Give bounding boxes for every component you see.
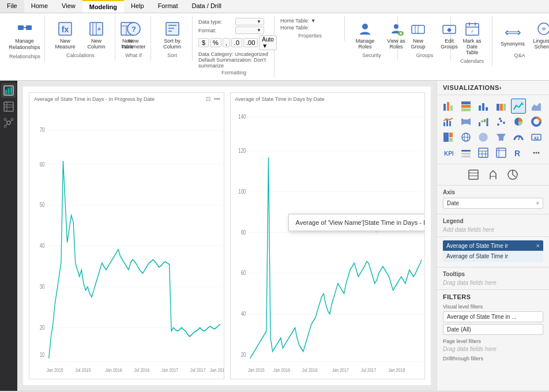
model-view-nav[interactable]	[1, 115, 16, 130]
synonyms-button[interactable]: ⟺ Synonyms	[498, 21, 527, 48]
svg-text:Jan 2016: Jan 2016	[273, 367, 290, 373]
data-category-label: Data Category: Uncategorized	[198, 51, 269, 57]
viz-treemap[interactable]	[441, 130, 456, 145]
relationships-group-label: Relationships	[9, 52, 40, 59]
manage-relationships-button[interactable]: ManageRelationships	[9, 18, 40, 52]
right-chart: Average of State Time in Days by Date Av…	[230, 92, 426, 379]
new-group-button[interactable]: NewGroup	[404, 18, 433, 51]
svg-rect-90	[443, 104, 446, 111]
viz-filled-map[interactable]	[476, 130, 491, 145]
tab-view[interactable]: View	[55, 0, 82, 13]
viz-stacked-bar-2[interactable]	[458, 99, 473, 114]
new-column-button[interactable]: + NewColumn	[82, 18, 111, 51]
filter-item-1[interactable]: Average of State Time in ...	[443, 311, 543, 322]
values-close-btn[interactable]: ×	[536, 242, 540, 249]
what-if-group-label: What If	[121, 51, 146, 58]
tab-home[interactable]: Home	[24, 0, 55, 13]
comma-button[interactable]: ,	[223, 38, 230, 47]
svg-marker-123	[497, 134, 506, 141]
svg-text:Jan 2015: Jan 2015	[247, 367, 264, 373]
sort-by-column-button[interactable]: Sort byColumn	[158, 18, 187, 51]
viz-format-icon[interactable]	[484, 167, 502, 183]
viz-column-chart[interactable]	[476, 99, 491, 114]
viz-waterfall[interactable]	[476, 114, 491, 129]
svg-text:80: 80	[240, 228, 246, 235]
viz-map[interactable]	[458, 130, 473, 145]
svg-text:✓: ✓	[470, 29, 474, 34]
viz-gauge[interactable]	[511, 130, 526, 145]
viz-panel-expand[interactable]: ›	[499, 84, 543, 91]
svg-rect-108	[484, 119, 486, 122]
mark-as-date-table-button[interactable]: ✓ Mark asDate Table	[457, 18, 487, 57]
viz-scatter[interactable]	[494, 114, 509, 129]
auto-dropdown[interactable]: Auto ▼	[259, 35, 277, 50]
format-dropdown[interactable]: ▼	[235, 27, 264, 34]
tab-modeling[interactable]: Modeling	[82, 0, 124, 13]
svg-rect-94	[461, 105, 471, 108]
left-chart-expand[interactable]: ⊡	[205, 95, 212, 103]
new-column-icon: +	[87, 20, 106, 38]
new-parameter-button[interactable]: ? NewParameter	[119, 18, 148, 51]
svg-rect-131	[479, 148, 488, 157]
tab-file[interactable]: File	[0, 0, 24, 13]
viz-table[interactable]	[476, 145, 491, 160]
tab-data-drill[interactable]: Data / Drill	[185, 0, 228, 13]
left-chart-more[interactable]: •••	[213, 95, 221, 103]
viz-100pct-bar[interactable]	[494, 99, 509, 114]
dollar-button[interactable]: $	[198, 38, 209, 47]
svg-text:20: 20	[240, 351, 246, 358]
svg-rect-15	[166, 22, 179, 35]
manage-roles-button[interactable]: ManageRoles	[351, 18, 379, 51]
viz-kpi[interactable]: KPI	[441, 145, 456, 160]
svg-text:Jul 2015: Jul 2015	[76, 367, 91, 373]
properties-group-label: Properties	[280, 32, 340, 39]
axis-field[interactable]: Date ×	[443, 198, 543, 209]
report-view-nav[interactable]	[1, 83, 16, 98]
percent-button[interactable]: %	[210, 38, 221, 47]
viz-line-chart[interactable]	[511, 99, 526, 114]
home-table-dropdown[interactable]: Home Table:	[280, 25, 340, 31]
page-level-label: Page level filters	[443, 338, 543, 344]
filter-item-2[interactable]: Date (All)	[443, 324, 543, 335]
tab-help[interactable]: Help	[124, 0, 151, 13]
decrease-decimal-button[interactable]: .00	[243, 38, 258, 47]
linguistic-schema-label: LinguisticSchema	[533, 38, 549, 50]
svg-rect-95	[461, 108, 471, 111]
viz-donut[interactable]	[529, 114, 544, 129]
tab-format[interactable]: Format	[151, 0, 185, 13]
synonyms-icon: ⟺	[503, 22, 522, 41]
values-content: Average of State Time ir	[443, 251, 543, 262]
data-type-dropdown[interactable]: ▼	[235, 18, 264, 25]
viz-fields-icon[interactable]	[465, 167, 482, 183]
page-drag-hint: Drag data fields here	[443, 346, 543, 352]
svg-rect-93	[461, 101, 471, 104]
viz-r-visual[interactable]: R	[511, 145, 526, 160]
viz-ribbon-chart[interactable]	[458, 114, 473, 129]
svg-rect-38	[4, 102, 13, 111]
viz-card[interactable]: 42	[529, 130, 544, 145]
viz-more[interactable]	[529, 145, 544, 160]
data-view-nav[interactable]	[1, 99, 16, 114]
svg-text:⟺: ⟺	[505, 26, 521, 39]
svg-text:40: 40	[40, 242, 45, 249]
svg-rect-136	[497, 148, 506, 157]
viz-area-chart[interactable]	[529, 99, 544, 114]
axis-remove-btn[interactable]: ×	[536, 200, 539, 206]
viz-analytics-icon[interactable]	[504, 167, 521, 183]
viz-funnel[interactable]	[494, 130, 509, 145]
viz-pie[interactable]	[511, 114, 526, 129]
calendar-icon: ✓	[463, 20, 482, 38]
svg-text:Jan 2018: Jan 2018	[388, 367, 405, 373]
viz-stacked-bar[interactable]	[441, 99, 456, 114]
values-header[interactable]: Average of State Time ir ×	[443, 240, 543, 251]
svg-rect-109	[487, 118, 488, 126]
svg-rect-35	[5, 90, 7, 94]
viz-slicer[interactable]	[458, 145, 473, 160]
new-measure-button[interactable]: fx NewMeasure	[51, 18, 80, 51]
linguistic-schema-button[interactable]: LinguisticSchema	[529, 18, 549, 51]
increase-decimal-button[interactable]: .0	[231, 38, 242, 47]
left-chart: Average of State Time in Days - In Progr…	[29, 92, 224, 379]
viz-line-column[interactable]	[441, 114, 456, 129]
svg-point-140	[533, 152, 535, 154]
viz-matrix[interactable]	[494, 145, 509, 160]
